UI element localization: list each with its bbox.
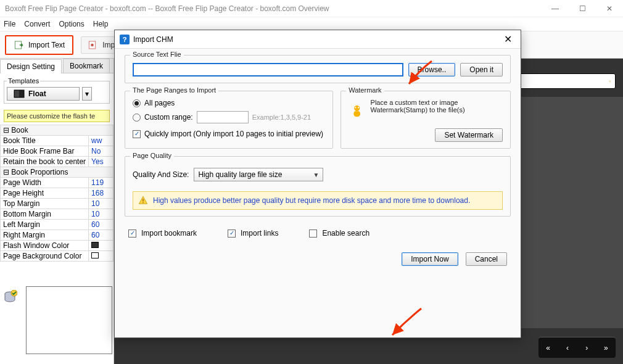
- watermark-fs-label: Watermark: [346, 86, 384, 94]
- prop-val-color[interactable]: [89, 241, 113, 251]
- menu-help[interactable]: Help: [93, 20, 109, 28]
- template-dropdown-button[interactable]: ▾: [82, 87, 92, 101]
- svg-line-8: [611, 81, 611, 82]
- svg-rect-13: [142, 202, 143, 203]
- prop-val[interactable]: No: [89, 146, 113, 157]
- prop-group-proportions[interactable]: ⊟ Book Proportions: [1, 167, 113, 178]
- dialog-title: Import CHM: [133, 35, 173, 44]
- book-icon: [14, 89, 25, 98]
- prop-key[interactable]: Left Margin: [1, 220, 89, 230]
- search-input[interactable]: [521, 77, 609, 86]
- source-file-input[interactable]: [133, 63, 403, 77]
- close-button[interactable]: ✕: [596, 0, 623, 17]
- import-other-label: Imp: [102, 41, 115, 49]
- import-text-icon: [14, 39, 25, 51]
- cancel-button[interactable]: Cancel: [466, 252, 507, 266]
- prop-key[interactable]: Retain the book to center: [1, 157, 89, 167]
- tab-bookmark[interactable]: Bookmark: [63, 59, 110, 73]
- import-links-label: Import links: [241, 229, 278, 238]
- enable-search-checkbox[interactable]: Enable search: [309, 229, 369, 238]
- menu-options[interactable]: Options: [59, 20, 84, 28]
- custom-range-label: Custom range:: [144, 113, 193, 122]
- prop-key[interactable]: Flash Window Color: [1, 241, 89, 251]
- import-other-icon: [88, 39, 99, 51]
- radio-icon: [133, 114, 141, 122]
- checkbox-icon: [228, 230, 236, 238]
- customize-notice: Please customize the flash te: [4, 110, 110, 122]
- watermark-text: Place a custom text or image Watermark(S…: [371, 99, 503, 114]
- preview-thumbnail[interactable]: [26, 286, 112, 354]
- prop-key[interactable]: Top Margin: [1, 199, 89, 209]
- page-nav: « ‹ › »: [538, 337, 616, 358]
- prop-key[interactable]: Page Width: [1, 178, 89, 188]
- prop-key[interactable]: Hide Book Frame Bar: [1, 146, 89, 157]
- page-quality-label: Page Quality: [130, 152, 174, 159]
- nav-first-button[interactable]: «: [542, 344, 555, 352]
- checkbox-icon: [133, 130, 141, 138]
- set-watermark-button[interactable]: Set Watermark: [435, 128, 503, 142]
- dialog-close-button[interactable]: ✕: [500, 33, 516, 45]
- enable-search-label: Enable search: [322, 229, 369, 238]
- svg-point-10: [355, 107, 356, 108]
- quickly-import-checkbox[interactable]: Quickly import (Only import 10 pages to …: [133, 130, 325, 138]
- templates-label: Templates: [7, 77, 40, 85]
- import-chm-dialog: ? Import CHM ✕ Source Text Flie Browse..…: [114, 30, 521, 338]
- prop-val[interactable]: 60: [89, 230, 113, 241]
- svg-point-11: [358, 107, 359, 108]
- custom-range-input[interactable]: [197, 111, 249, 123]
- prop-val[interactable]: Yes: [89, 157, 113, 167]
- svg-rect-4: [15, 91, 19, 97]
- database-icon[interactable]: [2, 290, 17, 305]
- open-it-button[interactable]: Open it: [460, 63, 503, 77]
- all-pages-radio[interactable]: All pages: [133, 99, 325, 107]
- quality-and-size-label: Quality And Size:: [133, 170, 189, 179]
- search-icon[interactable]: [609, 77, 611, 86]
- prop-key[interactable]: Bottom Margin: [1, 209, 89, 220]
- svg-point-9: [354, 105, 360, 111]
- page-quality-fieldset: Page Quality Quality And Size: High qual…: [125, 156, 511, 217]
- prop-val[interactable]: 119: [89, 178, 113, 188]
- custom-range-radio[interactable]: Custom range: Example:1,3,5,9-21: [133, 111, 325, 123]
- quality-select-value: High quality large file size: [198, 170, 282, 179]
- quickly-import-label: Quickly import (Only import 10 pages to …: [144, 130, 323, 138]
- all-pages-label: All pages: [144, 99, 175, 107]
- templates-fieldset: Templates Float ▾: [4, 77, 110, 104]
- search-box[interactable]: [517, 73, 616, 89]
- prop-key[interactable]: Page Background Color: [1, 251, 89, 262]
- tab-design-setting[interactable]: Design Setting: [0, 59, 62, 73]
- warning-icon: [138, 196, 148, 205]
- template-float-button[interactable]: Float: [7, 87, 80, 101]
- property-grid[interactable]: ⊟ Book Book Titleww Hide Book Frame BarN…: [0, 125, 113, 262]
- prop-key[interactable]: Right Margin: [1, 230, 89, 241]
- maximize-button[interactable]: ☐: [569, 0, 596, 17]
- browse-button[interactable]: Browse..: [408, 63, 456, 77]
- prop-val[interactable]: 10: [89, 209, 113, 220]
- source-label: Source Text Flie: [130, 51, 184, 58]
- menu-file[interactable]: File: [4, 20, 15, 28]
- radio-icon: [133, 99, 141, 107]
- import-now-button[interactable]: Import Now: [402, 252, 458, 266]
- prop-val[interactable]: 60: [89, 220, 113, 230]
- prop-group-book[interactable]: ⊟ Book: [1, 125, 113, 136]
- nav-prev-button[interactable]: ‹: [561, 344, 574, 352]
- prop-val-color[interactable]: [89, 251, 113, 262]
- import-links-checkbox[interactable]: Import links: [228, 229, 278, 238]
- prop-val[interactable]: 10: [89, 199, 113, 209]
- menubar: File Convert Options Help: [0, 17, 623, 31]
- nav-next-button[interactable]: ›: [580, 344, 593, 352]
- nav-last-button[interactable]: »: [600, 344, 612, 352]
- template-float-label: Float: [28, 89, 46, 98]
- prop-key[interactable]: Page Height: [1, 188, 89, 199]
- quality-info-text: High values produce better page quality …: [153, 196, 470, 205]
- import-text-button[interactable]: Import Text: [5, 35, 73, 55]
- minimize-button[interactable]: —: [542, 0, 569, 17]
- menu-convert[interactable]: Convert: [24, 20, 50, 28]
- prop-key[interactable]: Book Title: [1, 136, 89, 146]
- svg-point-7: [609, 80, 611, 81]
- page-ranges-label: The Page Ranges to Import: [130, 86, 218, 94]
- svg-point-2: [91, 43, 94, 46]
- import-bookmark-checkbox[interactable]: Import bookmark: [128, 229, 197, 238]
- quality-select[interactable]: High quality large file size ▼: [194, 168, 323, 181]
- prop-val[interactable]: 168: [89, 188, 113, 199]
- prop-val[interactable]: ww: [89, 136, 113, 146]
